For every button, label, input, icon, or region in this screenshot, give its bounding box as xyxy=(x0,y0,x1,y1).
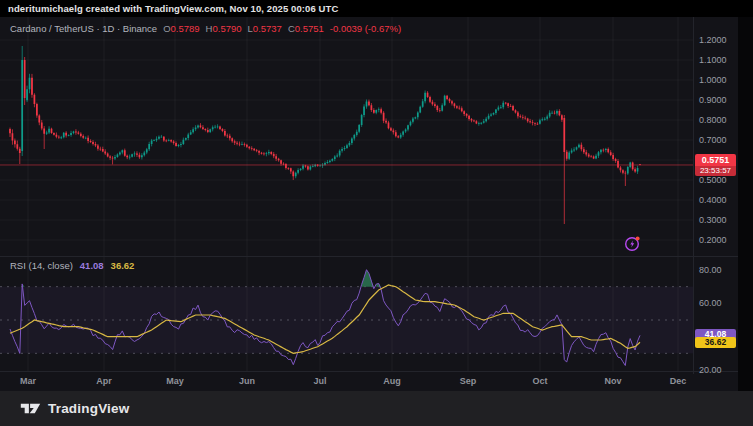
price-tick-label: 0.9000 xyxy=(699,96,727,105)
bottom-bar: TradingView xyxy=(0,391,753,426)
price-tick-label: 0.3000 xyxy=(699,216,727,225)
tradingview-logo[interactable]: TradingView xyxy=(20,400,129,417)
rsi-current-value: 41.08 xyxy=(80,260,104,271)
time-tick-label: Sep xyxy=(460,376,477,386)
time-tick-label: Dec xyxy=(670,376,687,386)
ohlc-letter: O xyxy=(163,23,170,34)
rsi-title[interactable]: RSI (14, close) xyxy=(10,260,73,271)
time-tick-label: Jun xyxy=(239,376,255,386)
rsi-ma-current-value: 36.62 xyxy=(111,260,135,271)
last-price-label: 0.5751 xyxy=(695,154,736,166)
rsi-ma-value-badge: 36.62 xyxy=(695,337,736,348)
rsi-tick-label: 80.00 xyxy=(699,266,722,275)
tradingview-logo-icon xyxy=(20,400,41,417)
time-tick-label: Apr xyxy=(96,376,112,386)
time-tick-label: Jul xyxy=(313,376,326,386)
tradingview-logo-text: TradingView xyxy=(48,401,129,416)
rsi-legend[interactable]: RSI (14, close)41.0836.62 xyxy=(10,260,134,271)
rsi-tick-label: 20.00 xyxy=(699,366,722,375)
ohlc-values: O0.5789H0.5790L0.5737C0.5751 xyxy=(157,23,324,34)
time-tick-label: Mar xyxy=(20,376,36,386)
ohlc-value: 0.5737 xyxy=(253,23,282,34)
change-value: -0.0039 (-0.67%) xyxy=(330,23,401,34)
symbol-title[interactable]: Cardano / TetherUS · 1D · Binance xyxy=(10,23,157,34)
price-axis-separator xyxy=(693,17,694,374)
right-gutter xyxy=(738,17,753,391)
attribution-bar: nderitumichaelg created with TradingView… xyxy=(0,0,753,17)
lightning-flash-icon[interactable] xyxy=(624,235,642,253)
price-tick-label: 1.1000 xyxy=(699,56,727,65)
price-tick-label: 1.0000 xyxy=(699,76,727,85)
ohlc-value: 0.5790 xyxy=(212,23,241,34)
bar-countdown: 23:53:57 xyxy=(695,166,736,176)
symbol-legend[interactable]: Cardano / TetherUS · 1D · BinanceO0.5789… xyxy=(10,23,401,34)
price-tick-label: 0.5000 xyxy=(699,176,727,185)
price-tick-label: 1.2000 xyxy=(699,36,727,45)
flash-icon-bolt xyxy=(630,240,634,247)
time-tick-label: May xyxy=(166,376,184,386)
price-pane-canvas[interactable] xyxy=(0,17,693,256)
rsi-pane-canvas[interactable] xyxy=(0,256,693,371)
attribution-text: nderitumichaelg created with TradingView… xyxy=(8,3,338,14)
flash-icon-alert-dot xyxy=(636,236,640,240)
ohlc-value: 0.5751 xyxy=(295,23,324,34)
ohlc-value: 0.5789 xyxy=(171,23,200,34)
price-tick-label: 0.4000 xyxy=(699,196,727,205)
time-axis-divider xyxy=(0,371,738,372)
tradingview-snapshot: nderitumichaelg created with TradingView… xyxy=(0,0,753,426)
price-tick-label: 0.8000 xyxy=(699,116,727,125)
chart-region[interactable]: Cardano / TetherUS · 1D · BinanceO0.5789… xyxy=(0,17,753,391)
time-tick-label: Nov xyxy=(604,376,621,386)
price-tick-label: 0.7000 xyxy=(699,136,727,145)
pane-divider[interactable] xyxy=(0,256,738,257)
ohlc-letter: C xyxy=(288,23,295,34)
time-tick-label: Oct xyxy=(532,376,547,386)
time-tick-label: Aug xyxy=(383,376,401,386)
rsi-tick-label: 60.00 xyxy=(699,299,722,308)
last-price-badge: 0.5751 23:53:57 xyxy=(695,154,736,176)
price-tick-label: 0.2000 xyxy=(699,236,727,245)
